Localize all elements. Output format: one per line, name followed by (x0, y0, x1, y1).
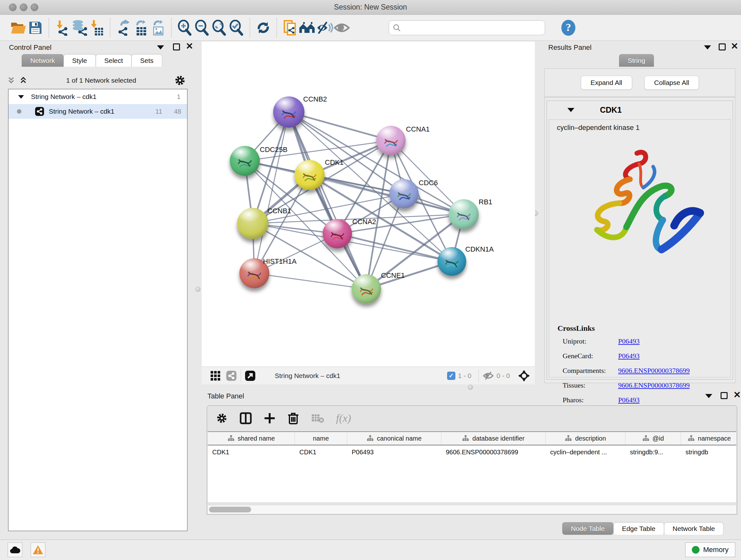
crosslink-link[interactable]: P06493 (618, 337, 639, 346)
collapse-all-button[interactable]: Collapse All (644, 76, 699, 90)
network-node-CCNB2[interactable] (273, 97, 305, 128)
cloud-status-button[interactable] (8, 543, 22, 557)
collapse-all-networks-icon[interactable] (18, 76, 28, 85)
results-panel-close-icon[interactable]: ✕ (731, 43, 738, 50)
home-icon[interactable] (299, 19, 316, 37)
control-panel-title: Control Panel (9, 44, 51, 52)
column-header-shared-name[interactable]: shared name (208, 432, 295, 445)
table-panel-close-icon[interactable]: ✕ (733, 391, 741, 398)
column-header-label: @id (653, 435, 664, 442)
zoom-in-icon[interactable] (176, 19, 193, 37)
control-panel-float-icon[interactable] (173, 44, 180, 51)
column-header-label: description (575, 435, 606, 442)
help-icon[interactable]: ? (560, 19, 577, 37)
tab-style[interactable]: Style (64, 54, 96, 67)
network-edge-HIST1H1A-CCNE1[interactable] (254, 273, 366, 289)
column-header--id[interactable]: @id (625, 432, 681, 445)
crosslink-link[interactable]: 9606.ENSP00000378699 (618, 367, 690, 375)
warnings-button[interactable] (30, 543, 45, 557)
zoom-fit-icon[interactable] (211, 19, 228, 37)
search-box[interactable] (389, 20, 545, 35)
network-canvas[interactable]: CCNB2CCNA1CDC25BCDK1CDC6RB1CCNB1CCNA2CDK… (202, 42, 535, 367)
zoom-selected-icon[interactable] (228, 19, 245, 37)
import-network-database-icon[interactable] (71, 19, 88, 37)
detach-view-icon[interactable] (245, 370, 256, 381)
expand-all-button[interactable]: Expand All (581, 76, 632, 90)
show-columns-icon[interactable] (240, 412, 252, 424)
network-node-RB1[interactable] (449, 199, 479, 229)
table-panel-float-icon[interactable] (721, 392, 728, 399)
zoom-out-icon[interactable] (193, 19, 211, 37)
table-options-gear-icon[interactable] (216, 413, 227, 424)
network-node-CCNA1[interactable] (376, 126, 406, 155)
crosslink-link[interactable]: P06493 (618, 352, 639, 360)
network-collection-row[interactable]: String Network – cdk1 1 (9, 89, 187, 104)
hidden-eye-icon[interactable] (482, 371, 494, 381)
results-panel-collapse-icon[interactable] (704, 45, 711, 50)
tab-network[interactable]: Network (22, 54, 64, 67)
network-node-CDKN1A[interactable] (437, 247, 466, 276)
add-column-icon[interactable] (264, 413, 275, 424)
network-view-toolbar: String Network – cdk1 ✓ 1 - 0 0 - 0 (202, 367, 535, 384)
save-session-icon[interactable] (27, 19, 44, 37)
fit-selected-crosshair-icon[interactable] (518, 369, 530, 382)
hide-unhide-icon[interactable] (316, 19, 333, 37)
import-network-file-icon[interactable] (54, 19, 71, 37)
network-node-CDK1[interactable] (294, 160, 325, 190)
copy-style-icon[interactable] (281, 19, 299, 37)
tab-network-table[interactable]: Network Table (664, 522, 724, 535)
crosslink-link[interactable]: 9606.ENSP00000378699 (618, 381, 690, 389)
left-splitter-handle[interactable] (195, 287, 200, 292)
network-node-CCNA2[interactable] (323, 219, 352, 248)
toolbar-separator (110, 18, 111, 37)
export-network-icon[interactable] (115, 19, 132, 37)
tab-select[interactable]: Select (96, 54, 131, 67)
column-header-name[interactable]: name (295, 432, 347, 445)
table-horizontal-scrollbar[interactable] (208, 505, 736, 514)
eye-icon[interactable] (333, 19, 350, 37)
network-node-CDC6[interactable] (389, 179, 419, 208)
network-node-CDC25B[interactable] (230, 146, 260, 176)
export-table-icon[interactable] (132, 19, 149, 37)
scrollbar-thumb[interactable] (209, 507, 251, 512)
network-row[interactable]: String Network – cdk1 11 48 (9, 104, 187, 119)
network-node-CCNE1[interactable] (352, 274, 381, 304)
grid-view-icon[interactable] (210, 370, 221, 381)
network-tree: String Network – cdk1 1 String Network –… (8, 89, 188, 531)
network-view-icon[interactable] (226, 370, 237, 381)
collection-expander-icon[interactable] (18, 95, 24, 99)
node-card-expander-icon[interactable] (567, 108, 575, 112)
network-options-gear-icon[interactable] (174, 75, 186, 86)
network-edge-CCNB2-CCNE1[interactable] (289, 112, 366, 289)
network-edge-CCNB2-HIST1H1A[interactable] (254, 112, 289, 273)
node-structure-glyph (382, 133, 401, 151)
bottom-splitter-handle[interactable] (468, 385, 473, 390)
delete-column-icon[interactable] (287, 412, 299, 425)
network-edge-CCNA2-CDKN1A[interactable] (337, 234, 452, 261)
column-header-description[interactable]: description (546, 432, 625, 445)
tab-node-table[interactable]: Node Table (562, 522, 613, 535)
expand-all-networks-icon[interactable] (6, 76, 16, 85)
memory-button[interactable]: Memory (685, 543, 735, 557)
control-panel-collapse-icon[interactable] (157, 45, 164, 50)
import-table-icon[interactable] (88, 19, 105, 37)
open-session-icon[interactable] (10, 19, 27, 37)
search-input[interactable] (401, 24, 541, 31)
function-builder-icon[interactable]: f(x) (336, 412, 351, 424)
network-node-CCNB1[interactable] (237, 208, 268, 239)
selected-nodes-checkbox[interactable]: ✓ (447, 372, 455, 380)
tab-edge-table[interactable]: Edge Table (613, 522, 664, 535)
tab-string[interactable]: String (619, 54, 654, 67)
control-panel-close-icon[interactable]: ✕ (186, 43, 193, 50)
tab-sets[interactable]: Sets (131, 54, 162, 67)
column-header-namespace[interactable]: namespace (681, 432, 736, 445)
results-panel-float-icon[interactable] (719, 44, 726, 51)
table-row[interactable]: CDK1CDK1P064939606.ENSP00000378699cyclin… (208, 445, 736, 459)
apply-layout-icon[interactable] (255, 19, 272, 37)
collection-label: String Network – cdk1 (31, 93, 96, 101)
export-image-icon[interactable] (149, 19, 166, 37)
delete-table-icon[interactable] (311, 413, 324, 423)
column-header-database-identifier[interactable]: database identifier (441, 432, 546, 445)
table-panel-collapse-icon[interactable] (705, 394, 712, 398)
column-header-canonical-name[interactable]: canonical name (347, 432, 441, 445)
